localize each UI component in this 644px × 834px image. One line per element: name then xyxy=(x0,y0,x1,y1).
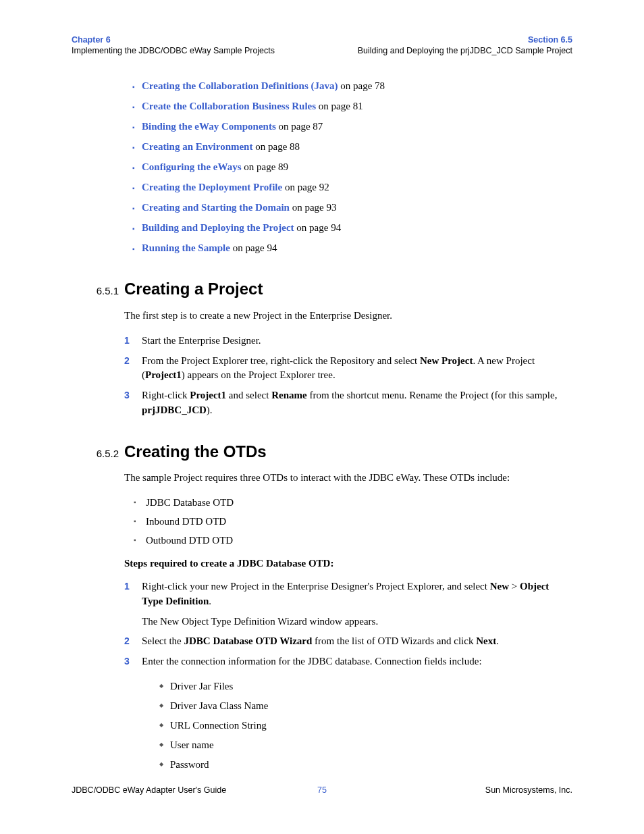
toc-link[interactable]: Create the Collaboration Business Rules xyxy=(142,101,316,111)
connection-fields-list: Driver Jar Files Driver Java Class Name … xyxy=(159,679,572,772)
step-text: Right-click your new Project in the Ente… xyxy=(142,581,549,606)
bullet-icon: ▪ xyxy=(132,163,142,173)
step-1-note: The New Object Type Definition Wizard wi… xyxy=(142,615,572,629)
list-item: Driver Java Class Name xyxy=(159,699,572,713)
page-footer: JDBC/ODBC eWay Adapter User's Guide 75 S… xyxy=(72,785,572,795)
section-number: 6.5.1 xyxy=(72,285,119,297)
toc-item: ▪Create the Collaboration Business Rules… xyxy=(132,99,572,113)
step-number: 3 xyxy=(124,388,130,402)
section-652-intro: The sample Project requires three OTDs t… xyxy=(124,471,572,486)
step-number: 3 xyxy=(124,654,130,668)
chapter-label: Chapter 6 xyxy=(72,35,275,46)
step-text: Right-click Project1 and select Rename f… xyxy=(142,390,557,415)
toc-item: ▪Creating the Deployment Profile on page… xyxy=(132,180,572,194)
toc-page-ref: on page 92 xyxy=(282,182,329,192)
step-text: Enter the connection information for the… xyxy=(142,656,482,667)
section-number: 6.5.2 xyxy=(72,448,119,460)
toc-link[interactable]: Creating an Environment xyxy=(142,141,252,152)
toc-item: ▪Creating the Collaboration Definitions … xyxy=(132,79,572,93)
list-item: Outbound DTD OTD xyxy=(134,533,572,548)
bullet-icon: ▪ xyxy=(132,143,142,153)
toc-item: ▪Creating an Environment on page 88 xyxy=(132,140,572,154)
list-item: Inbound DTD OTD xyxy=(134,515,572,529)
section-651-steps: 1Start the Enterprise Designer. 2From th… xyxy=(124,334,572,418)
toc-page-ref: on page 94 xyxy=(230,242,277,253)
section-651-heading: 6.5.1Creating a Project xyxy=(72,280,572,299)
chapter-subtitle: Implementing the JDBC/ODBC eWay Sample P… xyxy=(72,46,275,57)
step-text: Start the Enterprise Designer. xyxy=(142,335,261,346)
list-item: Password xyxy=(159,758,572,772)
step-text: Select the JDBC Database OTD Wizard from… xyxy=(142,635,499,646)
toc-item: ▪Running the Sample on page 94 xyxy=(132,241,572,255)
step-1: 1Start the Enterprise Designer. xyxy=(124,334,572,348)
toc-item: ▪Binding the eWay Components on page 87 xyxy=(132,120,572,134)
toc-page-ref: on page 94 xyxy=(294,222,342,233)
step-number: 1 xyxy=(124,579,130,593)
step-1: 1Right-click your new Project in the Ent… xyxy=(124,579,572,629)
bullet-icon: ▪ xyxy=(132,224,142,234)
bullet-icon: ▪ xyxy=(132,103,142,112)
list-item: Driver Jar Files xyxy=(159,679,572,694)
toc-link[interactable]: Creating and Starting the Domain xyxy=(142,202,290,213)
step-2: 2From the Project Explorer tree, right-c… xyxy=(124,354,572,384)
toc-item: ▪Configuring the eWays on page 89 xyxy=(132,160,572,174)
toc-page-ref: on page 88 xyxy=(252,141,300,152)
section-651-intro: The first step is to create a new Projec… xyxy=(124,309,572,323)
toc-link[interactable]: Binding the eWay Components xyxy=(142,121,276,132)
list-item: URL Connection String xyxy=(159,719,572,733)
step-text: From the Project Explorer tree, right-cl… xyxy=(142,355,535,381)
footer-doc-title: JDBC/ODBC eWay Adapter User's Guide xyxy=(72,785,226,795)
step-3: 3Enter the connection information for th… xyxy=(124,654,572,669)
bullet-icon: ▪ xyxy=(132,184,142,193)
step-number: 2 xyxy=(124,354,130,367)
section-subtitle: Building and Deploying the prjJDBC_JCD S… xyxy=(358,46,572,57)
otd-list: JDBC Database OTD Inbound DTD OTD Outbou… xyxy=(134,496,572,548)
footer-page-number: 75 xyxy=(317,785,327,795)
section-title: Creating a Project xyxy=(124,280,263,298)
section-title: Creating the OTDs xyxy=(124,442,267,461)
bullet-icon: ▪ xyxy=(132,244,142,254)
header-left: Chapter 6 Implementing the JDBC/ODBC eWa… xyxy=(72,35,275,56)
section-652-steps: 1Right-click your new Project in the Ent… xyxy=(124,579,572,669)
footer-company: Sun Microsystems, Inc. xyxy=(485,785,572,795)
step-number: 1 xyxy=(124,334,130,347)
bullet-icon: ▪ xyxy=(132,123,142,132)
step-2: 2Select the JDBC Database OTD Wizard fro… xyxy=(124,634,572,649)
toc-link[interactable]: Configuring the eWays xyxy=(142,161,242,172)
toc-link[interactable]: Creating the Collaboration Definitions (… xyxy=(142,80,338,91)
bullet-icon: ▪ xyxy=(132,204,142,213)
header-right: Section 6.5 Building and Deploying the p… xyxy=(358,35,572,56)
toc-link[interactable]: Building and Deploying the Project xyxy=(142,222,294,233)
list-item: JDBC Database OTD xyxy=(134,496,572,510)
section-652-heading: 6.5.2Creating the OTDs xyxy=(72,442,572,462)
page: Chapter 6 Implementing the JDBC/ODBC eWa… xyxy=(0,0,644,834)
page-header: Chapter 6 Implementing the JDBC/ODBC eWa… xyxy=(72,35,572,56)
toc-link[interactable]: Creating the Deployment Profile xyxy=(142,182,282,192)
toc-item: ▪Creating and Starting the Domain on pag… xyxy=(132,201,572,215)
toc-page-ref: on page 89 xyxy=(242,161,289,172)
toc-page-ref: on page 78 xyxy=(338,80,385,91)
bullet-icon: ▪ xyxy=(132,82,142,92)
toc-page-ref: on page 93 xyxy=(290,202,337,213)
toc-page-ref: on page 87 xyxy=(276,121,323,132)
steps-heading: Steps required to create a JDBC Database… xyxy=(124,558,572,569)
toc-list: ▪Creating the Collaboration Definitions … xyxy=(132,79,572,255)
step-3: 3Right-click Project1 and select Rename … xyxy=(124,388,572,418)
section-label: Section 6.5 xyxy=(358,35,572,46)
step-number: 2 xyxy=(124,634,130,648)
toc-item: ▪Building and Deploying the Project on p… xyxy=(132,221,572,235)
toc-page-ref: on page 81 xyxy=(316,101,363,111)
toc-link[interactable]: Running the Sample xyxy=(142,242,230,253)
list-item: User name xyxy=(159,738,572,752)
